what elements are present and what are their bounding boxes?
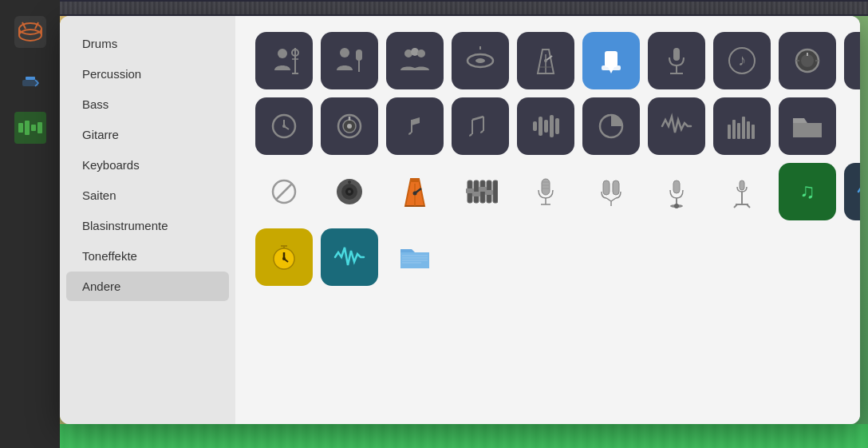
bottom-bar xyxy=(0,424,868,448)
svg-rect-69 xyxy=(752,125,755,139)
category-item-blasinstrumente[interactable]: Blasinstrumente xyxy=(66,211,229,240)
music-note-circle-icon[interactable]: ♪ xyxy=(713,32,771,89)
svg-rect-67 xyxy=(742,117,745,139)
color-wheel-icon[interactable] xyxy=(844,32,860,89)
svg-rect-58 xyxy=(533,121,537,131)
category-item-bass[interactable]: Bass xyxy=(66,89,229,119)
mixer-faders-icon[interactable] xyxy=(452,163,509,220)
svg-rect-19 xyxy=(356,50,362,61)
svg-line-107 xyxy=(734,204,737,208)
svg-rect-59 xyxy=(539,117,542,136)
metronome-orange-icon[interactable] xyxy=(386,163,444,220)
category-item-keyboards[interactable]: Keyboards xyxy=(66,150,229,180)
svg-rect-91 xyxy=(485,190,493,195)
rotary-dial-icon[interactable] xyxy=(321,97,378,155)
desk-mic-icon[interactable] xyxy=(648,163,705,220)
audio-wave-dark-icon[interactable] xyxy=(844,163,860,220)
svg-line-72 xyxy=(276,184,292,200)
icons-grid: ♪ xyxy=(235,16,860,424)
condenser-mic-icon[interactable] xyxy=(517,163,574,220)
metronome-icon[interactable] xyxy=(517,32,574,89)
pencil-selected-icon[interactable] xyxy=(582,32,640,89)
audio-wave-icon[interactable] xyxy=(648,97,705,155)
cymbal-icon[interactable] xyxy=(452,32,509,89)
svg-rect-89 xyxy=(472,192,480,196)
svg-rect-82 xyxy=(411,179,419,182)
svg-point-113 xyxy=(282,257,286,260)
category-item-saiten[interactable]: Saiten xyxy=(66,180,229,210)
svg-rect-32 xyxy=(605,51,617,67)
group-people-icon[interactable] xyxy=(386,32,444,89)
svg-rect-34 xyxy=(673,48,680,61)
category-item-andere[interactable]: Andere xyxy=(66,272,229,301)
svg-text:♪: ♪ xyxy=(738,51,746,69)
svg-rect-92 xyxy=(542,179,550,195)
svg-point-81 xyxy=(413,192,417,196)
svg-line-98 xyxy=(611,198,616,201)
single-note-icon[interactable] xyxy=(386,97,444,155)
person-handheld-mic-icon[interactable] xyxy=(321,32,378,89)
music-app-icon[interactable]: ♫ xyxy=(779,163,836,220)
category-item-drums[interactable]: Drums xyxy=(66,29,229,58)
svg-rect-87 xyxy=(493,180,498,203)
svg-rect-8 xyxy=(18,123,23,133)
svg-point-29 xyxy=(544,59,547,62)
svg-rect-10 xyxy=(31,125,36,131)
knob-icon[interactable] xyxy=(779,32,836,89)
folder-icon[interactable] xyxy=(779,97,836,155)
beamed-notes-icon[interactable] xyxy=(452,97,509,155)
svg-point-76 xyxy=(348,190,351,193)
folder-light-blue-icon[interactable] xyxy=(386,228,444,286)
green-track-icon[interactable] xyxy=(14,112,46,144)
mic-stand-icon[interactable] xyxy=(648,32,705,89)
svg-point-103 xyxy=(674,204,679,208)
svg-rect-104 xyxy=(740,180,744,190)
svg-rect-95 xyxy=(603,180,610,195)
svg-point-12 xyxy=(278,49,287,58)
svg-rect-7 xyxy=(26,77,35,80)
svg-rect-64 xyxy=(728,125,731,139)
clock-icon[interactable] xyxy=(255,97,313,155)
icon-row-1: ♪ xyxy=(255,32,840,89)
svg-text:♫: ♫ xyxy=(799,179,815,203)
category-list: Drums Percussion Bass Gitarre Keyboards … xyxy=(60,16,235,424)
pie-icon[interactable] xyxy=(582,97,640,155)
level-bars-icon[interactable] xyxy=(713,97,771,155)
timer-yellow-icon[interactable] xyxy=(255,228,313,286)
waveform-bars-icon[interactable] xyxy=(517,97,574,155)
svg-point-77 xyxy=(348,180,351,184)
svg-rect-60 xyxy=(544,120,548,133)
speaker-icon[interactable] xyxy=(321,163,378,220)
svg-rect-68 xyxy=(747,121,750,139)
floor-mic-icon[interactable] xyxy=(713,163,771,220)
icon-row-3: ♫ xyxy=(255,163,840,220)
waveform-bar xyxy=(60,0,868,16)
svg-point-53 xyxy=(347,124,352,129)
svg-rect-62 xyxy=(555,118,559,134)
patch-browser-panel: Drums Percussion Bass Gitarre Keyboards … xyxy=(60,16,860,424)
bottom-bar-pattern xyxy=(0,424,868,448)
svg-rect-66 xyxy=(737,123,740,139)
svg-rect-61 xyxy=(550,115,554,137)
svg-rect-96 xyxy=(613,180,619,195)
waveform-teal-icon[interactable] xyxy=(321,228,378,286)
svg-point-18 xyxy=(340,48,349,57)
svg-point-40 xyxy=(801,54,814,67)
drums-track-icon[interactable] xyxy=(14,16,46,48)
svg-line-108 xyxy=(747,204,750,208)
svg-rect-11 xyxy=(37,122,42,133)
pencil-track-icon[interactable] xyxy=(14,64,46,96)
svg-rect-9 xyxy=(25,121,30,135)
svg-point-49 xyxy=(282,125,286,128)
category-item-toneffekte[interactable]: Toneffekte xyxy=(66,241,229,271)
single-person-icon[interactable] xyxy=(255,32,313,89)
svg-rect-65 xyxy=(732,120,736,139)
svg-line-97 xyxy=(606,198,611,201)
no-sign-icon[interactable] xyxy=(255,163,313,220)
svg-point-23 xyxy=(417,50,425,57)
svg-rect-100 xyxy=(673,180,680,193)
dual-mic-icon[interactable] xyxy=(582,163,640,220)
category-item-gitarre[interactable]: Gitarre xyxy=(66,120,229,149)
svg-point-25 xyxy=(475,58,485,63)
category-item-percussion[interactable]: Percussion xyxy=(66,59,229,89)
